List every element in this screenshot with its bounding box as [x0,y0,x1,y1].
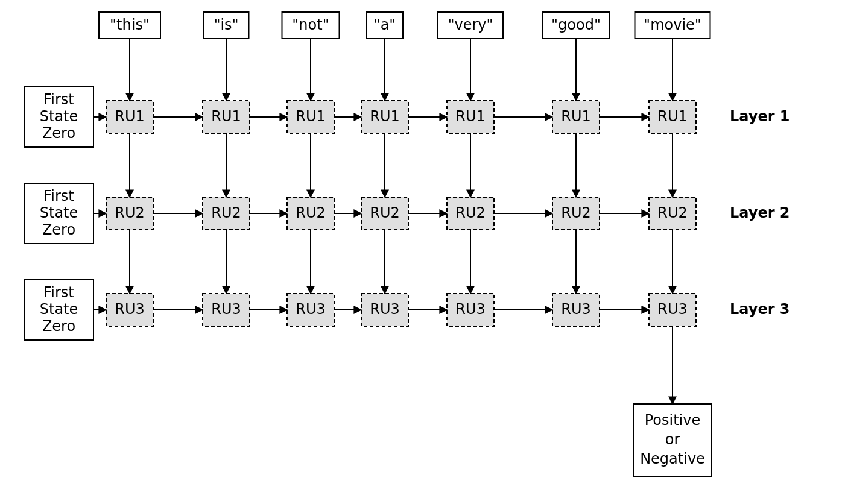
layer-label-2: Layer 3 [730,301,790,318]
init-state-text-1-2: Zero [42,221,75,238]
rnn-diagram: "this""is""not""a""very""good""movie"Fir… [0,0,845,504]
init-state-text-0-2: Zero [42,125,75,142]
output-text-2: Negative [640,450,705,467]
init-state-text-1-0: First [43,187,74,204]
output-text-0: Positive [645,412,701,429]
ru-label-2-4: RU3 [455,301,486,318]
init-state-text-2-1: State [40,301,78,318]
ru-label-2-2: RU3 [296,301,326,318]
ru-label-1-1: RU2 [211,204,241,221]
ru-label-0-4: RU1 [455,108,486,125]
init-state-text-0-1: State [40,108,78,125]
word-text-1: "is" [214,16,238,33]
ru-label-1-2: RU2 [296,204,326,221]
ru-label-2-6: RU3 [657,301,688,318]
word-text-0: "this" [110,16,150,33]
ru-label-1-3: RU2 [370,204,400,221]
ru-label-0-0: RU1 [115,108,145,125]
layer-label-0: Layer 1 [730,108,790,125]
ru-label-2-0: RU3 [115,301,145,318]
ru-label-1-6: RU2 [657,204,688,221]
ru-label-2-5: RU3 [561,301,591,318]
ru-label-0-1: RU1 [211,108,241,125]
word-text-2: "not" [292,16,329,33]
output-text-1: or [665,431,680,448]
word-text-4: "very" [448,16,493,33]
ru-label-2-3: RU3 [370,301,400,318]
init-state-text-1-1: State [40,204,78,221]
ru-label-2-1: RU3 [211,301,241,318]
word-text-6: "movie" [644,16,701,33]
ru-label-1-5: RU2 [561,204,591,221]
init-state-text-2-0: First [43,284,74,301]
ru-label-1-4: RU2 [455,204,486,221]
ru-label-0-2: RU1 [296,108,326,125]
word-text-5: "good" [551,16,601,33]
init-state-text-2-2: Zero [42,318,75,335]
word-text-3: "a" [374,16,396,33]
ru-label-1-0: RU2 [115,204,145,221]
layer-label-1: Layer 2 [730,204,790,221]
ru-label-0-6: RU1 [657,108,688,125]
ru-label-0-3: RU1 [370,108,400,125]
ru-label-0-5: RU1 [561,108,591,125]
init-state-text-0-0: First [43,91,74,108]
